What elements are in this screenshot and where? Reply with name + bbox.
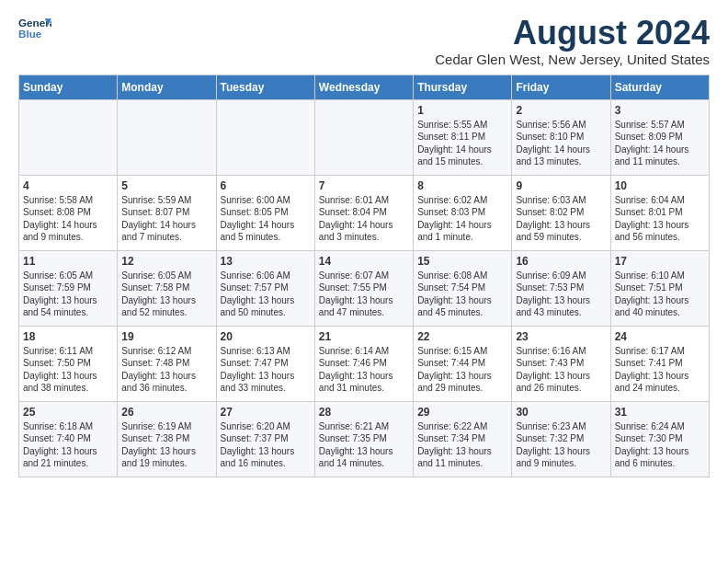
day-info: Sunrise: 5:55 AM Sunset: 8:11 PM Dayligh…	[417, 119, 507, 168]
calendar-cell: 22Sunrise: 6:15 AM Sunset: 7:44 PM Dayli…	[414, 326, 512, 401]
calendar-cell: 16Sunrise: 6:09 AM Sunset: 7:53 PM Dayli…	[512, 250, 610, 326]
calendar-cell: 11Sunrise: 6:05 AM Sunset: 7:59 PM Dayli…	[19, 250, 118, 326]
day-info: Sunrise: 6:02 AM Sunset: 8:03 PM Dayligh…	[417, 194, 507, 244]
day-number: 8	[417, 179, 507, 192]
day-number: 17	[615, 255, 705, 268]
day-info: Sunrise: 6:16 AM Sunset: 7:43 PM Dayligh…	[516, 345, 606, 395]
day-header-monday: Monday	[118, 75, 216, 99]
day-number: 19	[121, 330, 211, 343]
day-header-wednesday: Wednesday	[314, 75, 413, 99]
calendar-cell: 12Sunrise: 6:05 AM Sunset: 7:58 PM Dayli…	[118, 250, 216, 326]
day-number: 3	[615, 104, 705, 117]
day-info: Sunrise: 6:17 AM Sunset: 7:41 PM Dayligh…	[615, 345, 705, 395]
day-number: 15	[417, 255, 507, 268]
calendar-week-row: 1Sunrise: 5:55 AM Sunset: 8:11 PM Daylig…	[19, 99, 710, 175]
day-number: 14	[319, 255, 409, 268]
svg-text:Blue: Blue	[18, 28, 42, 40]
calendar-cell: 1Sunrise: 5:55 AM Sunset: 8:11 PM Daylig…	[414, 99, 512, 175]
calendar-cell: 10Sunrise: 6:04 AM Sunset: 8:01 PM Dayli…	[610, 175, 709, 250]
calendar-cell: 26Sunrise: 6:19 AM Sunset: 7:38 PM Dayli…	[118, 401, 216, 477]
calendar-cell: 25Sunrise: 6:18 AM Sunset: 7:40 PM Dayli…	[19, 401, 118, 477]
calendar-cell: 23Sunrise: 6:16 AM Sunset: 7:43 PM Dayli…	[512, 326, 610, 401]
day-number: 9	[516, 179, 606, 192]
day-info: Sunrise: 6:14 AM Sunset: 7:46 PM Dayligh…	[319, 345, 409, 395]
day-number: 30	[516, 406, 606, 419]
calendar-cell: 6Sunrise: 6:00 AM Sunset: 8:05 PM Daylig…	[216, 175, 314, 250]
day-info: Sunrise: 6:01 AM Sunset: 8:04 PM Dayligh…	[319, 194, 409, 244]
day-number: 24	[615, 330, 705, 343]
day-info: Sunrise: 5:58 AM Sunset: 8:08 PM Dayligh…	[23, 194, 113, 244]
day-number: 21	[319, 330, 409, 343]
calendar-cell: 31Sunrise: 6:24 AM Sunset: 7:30 PM Dayli…	[610, 401, 709, 477]
calendar-cell	[216, 99, 314, 175]
calendar-cell: 9Sunrise: 6:03 AM Sunset: 8:02 PM Daylig…	[512, 175, 610, 250]
day-info: Sunrise: 6:05 AM Sunset: 7:58 PM Dayligh…	[121, 270, 211, 319]
day-number: 31	[615, 406, 705, 419]
day-info: Sunrise: 6:13 AM Sunset: 7:47 PM Dayligh…	[221, 345, 311, 395]
calendar-cell: 3Sunrise: 5:57 AM Sunset: 8:09 PM Daylig…	[610, 99, 709, 175]
calendar-cell: 19Sunrise: 6:12 AM Sunset: 7:48 PM Dayli…	[118, 326, 216, 401]
day-info: Sunrise: 6:09 AM Sunset: 7:53 PM Dayligh…	[516, 270, 606, 319]
day-info: Sunrise: 6:18 AM Sunset: 7:40 PM Dayligh…	[23, 420, 113, 470]
calendar-cell: 8Sunrise: 6:02 AM Sunset: 8:03 PM Daylig…	[414, 175, 512, 250]
day-number: 20	[221, 330, 311, 343]
logo-icon: General Blue	[18, 15, 51, 42]
day-number: 22	[417, 330, 507, 343]
calendar-cell: 15Sunrise: 6:08 AM Sunset: 7:54 PM Dayli…	[414, 250, 512, 326]
day-info: Sunrise: 6:04 AM Sunset: 8:01 PM Dayligh…	[615, 194, 705, 244]
day-number: 6	[221, 179, 311, 192]
day-number: 26	[121, 406, 211, 419]
day-number: 12	[121, 255, 211, 268]
calendar-cell: 24Sunrise: 6:17 AM Sunset: 7:41 PM Dayli…	[610, 326, 709, 401]
day-header-saturday: Saturday	[610, 75, 709, 99]
calendar-cell	[118, 99, 216, 175]
day-number: 29	[417, 406, 507, 419]
day-number: 27	[221, 406, 311, 419]
calendar-cell: 4Sunrise: 5:58 AM Sunset: 8:08 PM Daylig…	[19, 175, 118, 250]
day-number: 18	[23, 330, 113, 343]
day-info: Sunrise: 6:15 AM Sunset: 7:44 PM Dayligh…	[417, 345, 507, 395]
day-info: Sunrise: 6:24 AM Sunset: 7:30 PM Dayligh…	[615, 420, 705, 470]
day-info: Sunrise: 6:21 AM Sunset: 7:35 PM Dayligh…	[319, 420, 409, 470]
calendar-cell: 14Sunrise: 6:07 AM Sunset: 7:55 PM Dayli…	[314, 250, 413, 326]
logo: General Blue	[18, 15, 51, 42]
day-number: 10	[615, 179, 705, 192]
calendar-cell: 20Sunrise: 6:13 AM Sunset: 7:47 PM Dayli…	[216, 326, 314, 401]
day-number: 13	[221, 255, 311, 268]
calendar-cell: 17Sunrise: 6:10 AM Sunset: 7:51 PM Dayli…	[610, 250, 709, 326]
day-info: Sunrise: 6:00 AM Sunset: 8:05 PM Dayligh…	[221, 194, 311, 244]
day-info: Sunrise: 6:10 AM Sunset: 7:51 PM Dayligh…	[615, 270, 705, 319]
day-header-friday: Friday	[512, 75, 610, 99]
calendar-week-row: 11Sunrise: 6:05 AM Sunset: 7:59 PM Dayli…	[19, 250, 710, 326]
day-number: 28	[319, 406, 409, 419]
day-number: 2	[516, 104, 606, 117]
day-number: 1	[417, 104, 507, 117]
calendar-cell: 5Sunrise: 5:59 AM Sunset: 8:07 PM Daylig…	[118, 175, 216, 250]
calendar-cell: 30Sunrise: 6:23 AM Sunset: 7:32 PM Dayli…	[512, 401, 610, 477]
calendar-cell: 29Sunrise: 6:22 AM Sunset: 7:34 PM Dayli…	[414, 401, 512, 477]
day-info: Sunrise: 5:57 AM Sunset: 8:09 PM Dayligh…	[615, 119, 705, 168]
day-info: Sunrise: 6:07 AM Sunset: 7:55 PM Dayligh…	[319, 270, 409, 319]
day-info: Sunrise: 6:11 AM Sunset: 7:50 PM Dayligh…	[23, 345, 113, 395]
day-number: 11	[23, 255, 113, 268]
day-info: Sunrise: 5:59 AM Sunset: 8:07 PM Dayligh…	[121, 194, 211, 244]
calendar-week-row: 25Sunrise: 6:18 AM Sunset: 7:40 PM Dayli…	[19, 401, 710, 477]
calendar-cell: 7Sunrise: 6:01 AM Sunset: 8:04 PM Daylig…	[314, 175, 413, 250]
title-area: August 2024 Cedar Glen West, New Jersey,…	[435, 15, 710, 67]
month-year-title: August 2024	[435, 15, 710, 52]
location-subtitle: Cedar Glen West, New Jersey, United Stat…	[435, 52, 710, 67]
day-headers-row: SundayMondayTuesdayWednesdayThursdayFrid…	[19, 75, 710, 99]
day-info: Sunrise: 6:20 AM Sunset: 7:37 PM Dayligh…	[221, 420, 311, 470]
day-info: Sunrise: 6:03 AM Sunset: 8:02 PM Dayligh…	[516, 194, 606, 244]
calendar-cell: 28Sunrise: 6:21 AM Sunset: 7:35 PM Dayli…	[314, 401, 413, 477]
day-number: 25	[23, 406, 113, 419]
calendar-cell	[19, 99, 118, 175]
calendar-cell: 13Sunrise: 6:06 AM Sunset: 7:57 PM Dayli…	[216, 250, 314, 326]
calendar-cell: 21Sunrise: 6:14 AM Sunset: 7:46 PM Dayli…	[314, 326, 413, 401]
day-header-tuesday: Tuesday	[216, 75, 314, 99]
calendar-cell: 2Sunrise: 5:56 AM Sunset: 8:10 PM Daylig…	[512, 99, 610, 175]
calendar-cell: 27Sunrise: 6:20 AM Sunset: 7:37 PM Dayli…	[216, 401, 314, 477]
day-header-thursday: Thursday	[414, 75, 512, 99]
day-info: Sunrise: 6:08 AM Sunset: 7:54 PM Dayligh…	[417, 270, 507, 319]
day-info: Sunrise: 6:19 AM Sunset: 7:38 PM Dayligh…	[121, 420, 211, 470]
